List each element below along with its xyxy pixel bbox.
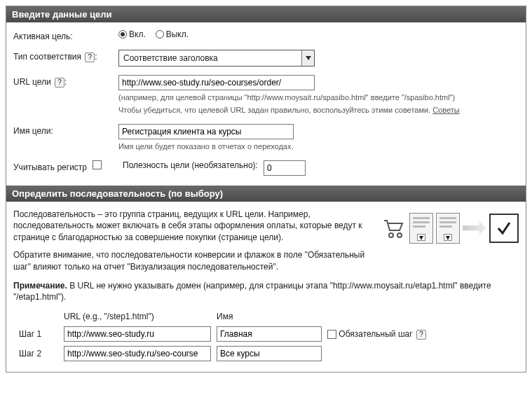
funnel-steps-table: URL (e.g., "/step1.html") Имя Шаг 1 Обяз… <box>13 310 430 363</box>
case-sensitive-checkbox[interactable] <box>93 160 102 169</box>
active-on-label: Вкл. <box>129 29 146 39</box>
match-type-value: Соответствие заголовка <box>119 53 301 63</box>
active-off-radio[interactable] <box>156 30 164 39</box>
cart-icon <box>383 218 407 239</box>
col-url: URL (e.g., "/step1.html") <box>62 310 215 324</box>
col-name: Имя <box>215 310 326 324</box>
goal-url-hint1: (например, для целевой страницы "http://… <box>118 92 519 103</box>
svg-point-1 <box>389 233 393 237</box>
svg-point-2 <box>397 233 402 237</box>
section-funnel-header: Определить последовательность (по выбору… <box>6 186 526 202</box>
step-url-input[interactable] <box>64 346 211 361</box>
section-goal-header: Введите данные цели <box>6 6 526 22</box>
step-name-input[interactable] <box>217 326 322 342</box>
page-icon: ▾ <box>409 213 433 244</box>
note-text: В URL не нужно указывать домен (например… <box>13 281 491 302</box>
step-url-input[interactable] <box>64 326 211 342</box>
match-type-label: Тип соответствия <box>13 52 81 62</box>
page-icon: ▾ <box>436 213 460 244</box>
svg-marker-0 <box>306 56 311 60</box>
step-label: Шаг 2 <box>13 344 62 363</box>
table-row: Шаг 1 Обязательный шаг ? <box>13 324 430 344</box>
goal-name-hint: Имя цели будет показано в отчетах о пере… <box>118 141 519 152</box>
case-sensitive-label: Учитывать регистр <box>13 162 87 172</box>
match-type-select[interactable]: Соответствие заголовка <box>118 50 315 67</box>
required-step-checkbox[interactable] <box>327 330 336 339</box>
active-off-label: Выкл. <box>166 29 189 39</box>
help-icon[interactable]: ? <box>416 330 426 340</box>
funnel-desc1: Последовательность – это группа страниц,… <box>13 209 374 244</box>
checkmark-icon <box>489 214 519 243</box>
goal-url-input[interactable] <box>118 75 315 90</box>
goal-value-label: Полезность цели (необязательно): <box>123 160 258 170</box>
goal-url-tips-link[interactable]: Советы <box>432 106 459 114</box>
chevron-down-icon <box>301 50 314 66</box>
goal-url-label: URL цели <box>13 77 51 87</box>
funnel-desc2: Обратите внимание, что последовательност… <box>13 249 374 273</box>
active-goal-radio-group: Вкл. Выкл. <box>118 29 519 39</box>
goal-name-input[interactable] <box>118 124 294 139</box>
table-row: Шаг 2 <box>13 344 430 363</box>
required-step-label: Обязательный шаг <box>339 329 412 339</box>
help-icon[interactable]: ? <box>85 53 95 62</box>
active-goal-label: Активная цель: <box>13 29 118 41</box>
goal-value-input[interactable] <box>264 160 306 176</box>
note-label: Примечание. <box>13 281 67 291</box>
section-funnel-body: Последовательность – это группа страниц,… <box>6 202 526 372</box>
step-name-input[interactable] <box>217 346 322 361</box>
funnel-diagram: ▾ ▾ <box>383 209 519 244</box>
goal-name-label: Имя цели: <box>13 124 118 136</box>
section-goal-body: Активная цель: Вкл. Выкл. Тип соответств… <box>6 22 526 186</box>
step-label: Шаг 1 <box>13 324 62 344</box>
arrow-right-icon <box>463 222 486 235</box>
goal-url-hint2: Чтобы убедиться, что целевой URL задан п… <box>118 106 432 114</box>
help-icon[interactable]: ? <box>55 78 64 88</box>
active-on-radio[interactable] <box>118 30 127 39</box>
